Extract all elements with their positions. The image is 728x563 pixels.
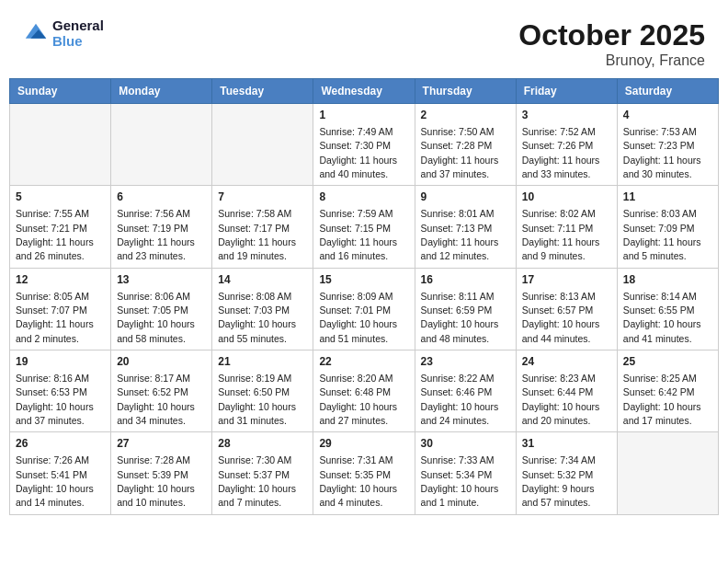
daylight-text: Daylight: 11 hours and 37 minutes. [421,155,499,179]
sunrise-text: Sunrise: 8:23 AM [522,373,596,384]
table-row: 23Sunrise: 8:22 AMSunset: 6:46 PMDayligh… [415,350,516,432]
daylight-text: Daylight: 11 hours and 30 minutes. [623,155,701,179]
day-number: 22 [319,354,408,370]
sunset-text: Sunset: 6:57 PM [522,304,594,316]
table-row: 17Sunrise: 8:13 AMSunset: 6:57 PMDayligh… [516,268,617,350]
daylight-text: Daylight: 11 hours and 40 minutes. [319,155,397,179]
sunset-text: Sunset: 7:03 PM [218,304,290,316]
sunrise-text: Sunrise: 8:25 AM [623,373,697,384]
sunset-text: Sunset: 5:37 PM [218,469,290,480]
table-row: 8Sunrise: 7:59 AMSunset: 7:15 PMDaylight… [313,186,415,268]
day-number: 16 [421,272,510,288]
day-number: 9 [421,190,510,205]
sunset-text: Sunset: 6:50 PM [218,386,290,397]
daylight-text: Daylight: 9 hours and 57 minutes. [522,483,595,508]
daylight-text: Daylight: 10 hours and 24 minutes. [421,401,499,426]
table-row [212,104,313,186]
table-row: 27Sunrise: 7:28 AMSunset: 5:39 PMDayligh… [111,432,212,514]
daylight-text: Daylight: 10 hours and 27 minutes. [319,401,397,426]
sunrise-text: Sunrise: 7:56 AM [117,208,190,219]
day-number: 11 [623,190,712,205]
daylight-text: Daylight: 10 hours and 4 minutes. [319,483,397,508]
day-number: 19 [16,354,105,370]
calendar-week-row: 5Sunrise: 7:55 AMSunset: 7:21 PMDaylight… [10,186,719,268]
day-number: 3 [522,108,611,123]
daylight-text: Daylight: 10 hours and 7 minutes. [218,483,296,508]
sunset-text: Sunset: 5:32 PM [522,469,594,480]
sunrise-text: Sunrise: 8:05 AM [16,291,89,302]
sunrise-text: Sunrise: 8:02 AM [522,208,596,219]
calendar-week-row: 12Sunrise: 8:05 AMSunset: 7:07 PMDayligh… [10,268,719,350]
calendar-week-row: 1Sunrise: 7:49 AMSunset: 7:30 PMDaylight… [10,104,719,186]
sunset-text: Sunset: 7:28 PM [421,140,493,151]
table-row: 3Sunrise: 7:52 AMSunset: 7:26 PMDaylight… [516,104,617,186]
day-number: 13 [117,272,206,288]
sunrise-text: Sunrise: 8:16 AM [16,373,89,384]
daylight-text: Daylight: 10 hours and 20 minutes. [522,401,600,426]
daylight-text: Daylight: 10 hours and 44 minutes. [522,318,600,343]
table-row: 6Sunrise: 7:56 AMSunset: 7:19 PMDaylight… [111,186,212,268]
sunrise-text: Sunrise: 8:19 AM [218,373,291,384]
sunset-text: Sunset: 5:35 PM [319,469,391,480]
daylight-text: Daylight: 10 hours and 31 minutes. [218,401,296,426]
sunset-text: Sunset: 7:09 PM [623,223,695,234]
sunset-text: Sunset: 7:17 PM [218,223,290,234]
daylight-text: Daylight: 11 hours and 33 minutes. [522,155,600,179]
daylight-text: Daylight: 11 hours and 19 minutes. [218,236,296,261]
daylight-text: Daylight: 11 hours and 26 minutes. [16,236,94,261]
table-row: 18Sunrise: 8:14 AMSunset: 6:55 PMDayligh… [617,268,718,350]
table-row: 20Sunrise: 8:17 AMSunset: 6:52 PMDayligh… [111,350,212,432]
logo: General Blue [23,18,104,49]
daylight-text: Daylight: 11 hours and 5 minutes. [623,236,701,261]
calendar-week-row: 26Sunrise: 7:26 AMSunset: 5:41 PMDayligh… [10,432,719,514]
table-row: 9Sunrise: 8:01 AMSunset: 7:13 PMDaylight… [415,186,516,268]
sunrise-text: Sunrise: 7:59 AM [319,208,392,219]
sunset-text: Sunset: 6:52 PM [117,386,188,397]
daylight-text: Daylight: 11 hours and 23 minutes. [117,236,195,261]
day-number: 26 [16,436,105,452]
daylight-text: Daylight: 11 hours and 2 minutes. [16,318,94,343]
location: Brunoy, France [518,52,705,69]
daylight-text: Daylight: 10 hours and 37 minutes. [16,401,94,426]
sunset-text: Sunset: 6:42 PM [623,386,695,397]
header-saturday: Saturday [617,79,718,104]
daylight-text: Daylight: 10 hours and 48 minutes. [421,318,499,343]
sunset-text: Sunset: 7:19 PM [117,223,188,234]
daylight-text: Daylight: 10 hours and 34 minutes. [117,401,195,426]
table-row: 14Sunrise: 8:08 AMSunset: 7:03 PMDayligh… [212,268,313,350]
sunrise-text: Sunrise: 8:11 AM [421,291,495,302]
day-number: 24 [522,354,611,370]
sunset-text: Sunset: 7:11 PM [522,223,594,234]
sunrise-text: Sunrise: 7:34 AM [522,454,596,465]
sunrise-text: Sunrise: 7:53 AM [623,126,697,137]
sunset-text: Sunset: 5:41 PM [16,469,87,480]
day-number: 18 [623,272,712,288]
table-row [111,104,212,186]
month-title: October 2025 [518,18,705,52]
sunrise-text: Sunrise: 7:49 AM [319,126,392,137]
table-row: 28Sunrise: 7:30 AMSunset: 5:37 PMDayligh… [212,432,313,514]
sunset-text: Sunset: 6:48 PM [319,386,391,397]
day-number: 1 [319,108,408,123]
table-row: 4Sunrise: 7:53 AMSunset: 7:23 PMDaylight… [617,104,718,186]
sunrise-text: Sunrise: 7:26 AM [16,454,89,465]
sunset-text: Sunset: 6:46 PM [421,386,493,397]
sunrise-text: Sunrise: 8:14 AM [623,291,697,302]
sunrise-text: Sunrise: 8:09 AM [319,291,392,302]
day-number: 4 [623,108,712,123]
sunrise-text: Sunrise: 8:17 AM [117,373,190,384]
logo-text: General Blue [52,18,104,49]
daylight-text: Daylight: 10 hours and 55 minutes. [218,318,296,343]
sunset-text: Sunset: 7:21 PM [16,223,87,234]
daylight-text: Daylight: 10 hours and 58 minutes. [117,318,195,343]
table-row: 13Sunrise: 8:06 AMSunset: 7:05 PMDayligh… [111,268,212,350]
day-number: 14 [218,272,307,288]
table-row: 21Sunrise: 8:19 AMSunset: 6:50 PMDayligh… [212,350,313,432]
sunset-text: Sunset: 7:13 PM [421,223,493,234]
daylight-text: Daylight: 11 hours and 16 minutes. [319,236,397,261]
day-number: 6 [117,190,206,205]
logo-icon [23,21,49,47]
sunset-text: Sunset: 5:34 PM [421,469,493,480]
day-number: 10 [522,190,611,205]
header-sunday: Sunday [10,79,111,104]
